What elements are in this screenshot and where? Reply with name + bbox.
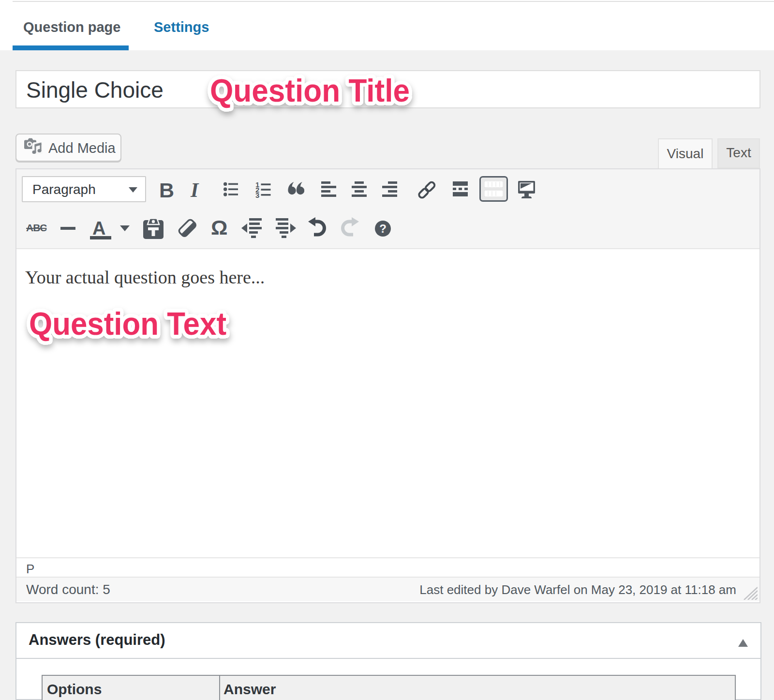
svg-text:Question Title: Question Title	[210, 73, 410, 108]
svg-text:3: 3	[255, 191, 259, 199]
svg-text:Question Text: Question Text	[29, 306, 226, 342]
